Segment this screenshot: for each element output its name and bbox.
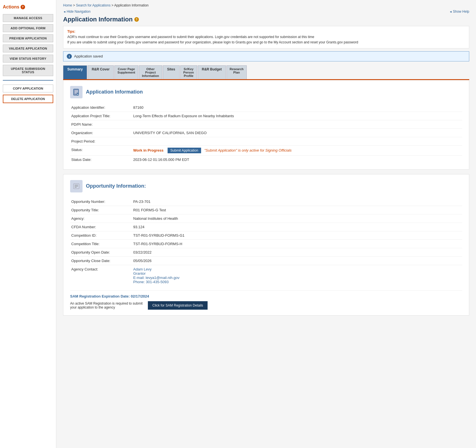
contact-role: Grantor [133, 271, 461, 276]
label-cfda-number: CFDA Number: [70, 223, 132, 231]
table-row: Status: Work in Progress Submit Applicat… [70, 145, 462, 155]
label-status-date: Status Date: [70, 155, 132, 164]
main-content: Home > Search for Applications > Applica… [56, 0, 476, 448]
label-project-period: Project Period: [70, 137, 132, 145]
application-info-table: Application Identifier: 87160 Applicatio… [70, 103, 462, 164]
breadcrumb-search[interactable]: Search for Applications [76, 3, 111, 7]
table-row: Competition Title: TST-R01-5YRBUD-FORMS-… [70, 239, 462, 248]
label-agency-contact: Agency Contact: [70, 265, 132, 286]
value-organization: UNIVERSITY OF CALIFORNIA, SAN DIEGO [132, 128, 462, 137]
application-info-icon [70, 86, 83, 98]
table-row: Opportunity Number: PA-23-701 [70, 198, 462, 206]
label-status: Status: [70, 145, 132, 155]
tab-sr-key-person-profile[interactable]: Sr/KeyPersonProfile [180, 65, 197, 79]
value-opp-title[interactable]: R01 FORMS-G Test [132, 206, 462, 214]
table-row: Organization: UNIVERSITY OF CALIFORNIA, … [70, 128, 462, 137]
hide-navigation-link[interactable]: Hide Navigation [63, 10, 90, 14]
sam-description: An active SAM Registration is required t… [70, 301, 143, 309]
label-opp-title: Opportunity Title: [70, 206, 132, 214]
status-wip-label: Work in Progress [133, 148, 163, 152]
contact-email: E-mail: levya1@mail.nih.gov [133, 276, 461, 280]
tips-line1: AOR's must continue to use their Grants.… [67, 35, 314, 39]
value-competition-title[interactable]: TST-R01-5YRBUD-FORMS-H [132, 239, 462, 248]
value-project-title[interactable]: Long-Term Effects of Radium Exposure on … [132, 112, 462, 120]
submit-application-button[interactable]: Submit Application [168, 148, 201, 153]
tips-line2: If you are unable to submit using your G… [67, 40, 358, 44]
contact-name: Adam Levy [133, 267, 461, 271]
value-agency[interactable]: National Institutes of Health [132, 214, 462, 223]
sidebar: Actions ? MANAGE ACCESS ADD OPTIONAL FOR… [0, 0, 56, 448]
label-agency: Agency: [70, 214, 132, 223]
tabs-bar: Summary R&R Cover Cover PageSupplement O… [63, 65, 469, 80]
tab-other-project-information[interactable]: OtherProjectInformation [139, 65, 162, 79]
value-application-identifier: 87160 [132, 103, 462, 112]
update-submission-status-button[interactable]: UPDATE SUBMISSION STATUS [3, 65, 53, 76]
tab-rr-budget[interactable]: R&R Budget [198, 65, 226, 79]
sam-row: An active SAM Registration is required t… [70, 301, 462, 310]
sidebar-title: Actions ? [3, 5, 53, 10]
application-info-header: Application Information [70, 86, 462, 98]
label-pdpi-name: PD/PI Name: [70, 120, 132, 128]
table-row: Opportunity Title: R01 FORMS-G Test [70, 206, 462, 214]
view-status-history-button[interactable]: VIEW STATUS HISTORY [3, 55, 53, 63]
actions-label: Actions [3, 5, 19, 10]
breadcrumb-home[interactable]: Home [63, 3, 72, 7]
opportunity-info-table: Opportunity Number: PA-23-701 Opportunit… [70, 198, 462, 286]
page-title-text: Application Information [63, 16, 133, 23]
table-row: Opportunity Close Date: 05/05/2026 [70, 256, 462, 265]
opportunity-info-header: Opportunity Information: [70, 180, 462, 192]
label-application-identifier: Application Identifier: [70, 103, 132, 112]
tab-sites[interactable]: Sites [163, 65, 180, 79]
breadcrumb: Home > Search for Applications > Applica… [63, 3, 469, 7]
value-project-period [132, 137, 462, 145]
application-info-card: Application Information Application Iden… [63, 80, 469, 170]
delete-application-button[interactable]: DELETE APPLICATION [3, 95, 53, 103]
page-title: Application Information ? [63, 16, 469, 23]
saved-banner: i Application saved [63, 51, 469, 61]
tips-label: Tips: [67, 30, 75, 34]
table-row: Project Period: [70, 137, 462, 145]
sam-section: SAM Registration Expiration Date: 02/17/… [70, 290, 462, 310]
value-pdpi-name [132, 120, 462, 128]
table-row: Competition ID: TST-R01-5YRBUD-FORMS-G1 [70, 231, 462, 239]
preview-application-button[interactable]: PREVIEW APPLICATION [3, 34, 53, 42]
table-row: Agency Contact: Adam Levy Grantor E-mail… [70, 265, 462, 286]
manage-access-button[interactable]: MANAGE ACCESS [3, 14, 53, 22]
sam-registration-details-button[interactable]: Click for SAM Registration Details [148, 301, 208, 310]
actions-help-icon[interactable]: ? [21, 5, 25, 9]
tips-box: Tips: AOR's must continue to use their G… [63, 26, 469, 48]
opportunity-info-icon [70, 180, 83, 192]
sam-expiration-label: SAM Registration Expiration Date: 02/17/… [70, 294, 462, 298]
table-row: CFDA Number: 93.124 [70, 223, 462, 231]
tab-summary[interactable]: Summary [63, 65, 87, 79]
sidebar-divider [3, 80, 53, 81]
contact-phone: Phone: 301-435-5093 [133, 280, 461, 284]
page-title-help-icon[interactable]: ? [134, 17, 139, 22]
copy-application-button[interactable]: COPY APPLICATION [3, 85, 53, 92]
info-circle-icon: i [67, 54, 72, 59]
label-opp-close-date: Opportunity Close Date: [70, 256, 132, 265]
value-agency-contact: Adam Levy Grantor E-mail: levya1@mail.ni… [132, 265, 462, 286]
value-cfda-number: 93.124 [132, 223, 462, 231]
value-opp-number: PA-23-701 [132, 198, 462, 206]
label-project-title: Application Project Title: [70, 112, 132, 120]
breadcrumb-current: Application Information [114, 3, 148, 7]
tab-research-plan[interactable]: ResearchPlan [226, 65, 247, 79]
show-help-link[interactable]: Show Help [449, 10, 469, 14]
value-opp-open-date: 03/22/2022 [132, 248, 462, 256]
opportunity-info-card: Opportunity Information: Opportunity Num… [63, 174, 469, 316]
tab-cover-page-supplement[interactable]: Cover PageSupplement [114, 65, 138, 79]
table-row: Status Date: 2023-06-12 01:16:05.000 PM … [70, 155, 462, 164]
label-opp-open-date: Opportunity Open Date: [70, 248, 132, 256]
label-competition-id: Competition ID: [70, 231, 132, 239]
table-row: Agency: National Institutes of Health [70, 214, 462, 223]
validate-application-button[interactable]: VALIDATE APPLICATION [3, 45, 53, 52]
add-optional-form-button[interactable]: ADD OPTIONAL FORM [3, 24, 53, 32]
value-competition-id[interactable]: TST-R01-5YRBUD-FORMS-G1 [132, 231, 462, 239]
table-row: Application Project Title: Long-Term Eff… [70, 112, 462, 120]
opportunity-info-title: Opportunity Information: [86, 183, 146, 189]
label-opp-number: Opportunity Number: [70, 198, 132, 206]
value-opp-close-date: 05/05/2026 [132, 256, 462, 265]
label-competition-title: Competition Title: [70, 239, 132, 248]
tab-rr-cover[interactable]: R&R Cover [88, 65, 114, 79]
